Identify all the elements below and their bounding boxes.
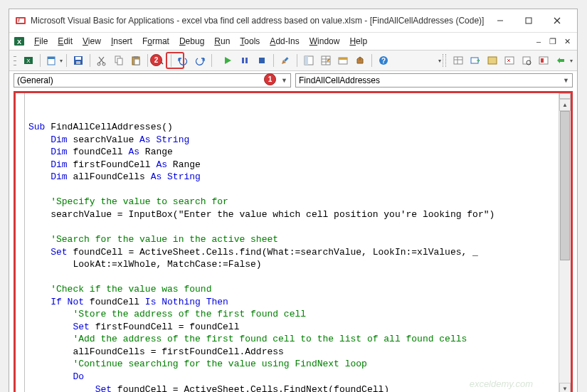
svg-rect-14: [76, 61, 80, 64]
svg-rect-38: [454, 57, 462, 64]
menu-tools[interactable]: Tools: [235, 34, 265, 48]
help-button[interactable]: ?: [376, 53, 391, 68]
menu-window[interactable]: Window: [305, 34, 345, 48]
mdi-restore-button[interactable]: ❐: [547, 36, 559, 46]
svg-rect-25: [245, 58, 248, 63]
save-button[interactable]: [70, 53, 86, 68]
scroll-up-arrow[interactable]: ▲: [559, 99, 571, 111]
paste-button[interactable]: [128, 53, 144, 68]
break-button[interactable]: [237, 53, 253, 68]
procedure-selector[interactable]: FindAllCellAddresses ▼: [295, 73, 573, 88]
run-button[interactable]: [220, 53, 236, 68]
project-explorer-button[interactable]: [301, 53, 317, 68]
toolbar: X ▾ 2 ? ▾: [9, 51, 577, 71]
svg-rect-13: [75, 57, 81, 60]
menubar: X File Edit View Insert Format Debug Run…: [9, 33, 577, 51]
insert-module-button[interactable]: [44, 53, 60, 68]
excel-icon: X: [14, 36, 25, 47]
toolbox-button[interactable]: [352, 53, 368, 68]
tb-extra-3[interactable]: [485, 53, 500, 68]
svg-rect-35: [339, 58, 347, 60]
svg-rect-42: [488, 57, 497, 64]
toolbar-grip-2[interactable]: [443, 54, 446, 67]
view-excel-button[interactable]: X: [21, 53, 36, 68]
object-selector-label: (General): [17, 75, 53, 85]
svg-text:X: X: [26, 58, 31, 64]
properties-button[interactable]: [318, 53, 334, 68]
mdi-minimize-button[interactable]: –: [533, 36, 544, 46]
svg-rect-27: [284, 57, 288, 61]
tb-extra-6[interactable]: [536, 53, 551, 68]
menu-help[interactable]: Help: [344, 34, 372, 48]
menu-run[interactable]: Run: [209, 34, 235, 48]
tb-extra-4[interactable]: [502, 53, 517, 68]
svg-rect-29: [305, 56, 308, 65]
vba-editor-window: Microsoft Visual Basic for Applications …: [9, 9, 577, 392]
svg-rect-3: [526, 18, 532, 23]
menu-edit[interactable]: Edit: [53, 34, 78, 48]
tb-extra-1[interactable]: [450, 53, 466, 68]
code-pane-highlight: Sub FindAllCellAddresses() Dim searchVal…: [14, 91, 573, 392]
chevron-down-icon: ▼: [563, 77, 569, 84]
svg-rect-26: [259, 58, 265, 63]
tb-extra-2[interactable]: [467, 53, 483, 68]
minimize-button[interactable]: [486, 12, 514, 29]
code-editor[interactable]: Sub FindAllCellAddresses() Dim searchVal…: [16, 93, 559, 392]
svg-rect-24: [242, 58, 244, 63]
design-mode-button[interactable]: [277, 53, 293, 68]
split-handle[interactable]: [559, 93, 571, 99]
object-browser-button[interactable]: [335, 53, 351, 68]
menu-view[interactable]: View: [78, 34, 106, 48]
tb-extra-7[interactable]: [553, 53, 569, 68]
maximize-button[interactable]: [514, 12, 543, 29]
procedure-selector-label: FindAllCellAddresses: [299, 75, 380, 85]
mdi-close-button[interactable]: ✕: [561, 36, 573, 46]
svg-rect-18: [117, 58, 122, 65]
object-selector[interactable]: (General) ▼: [14, 73, 291, 88]
window-title: Microsoft Visual Basic for Applications …: [31, 16, 486, 26]
svg-text:?: ?: [381, 57, 386, 65]
undo-button[interactable]: [175, 53, 191, 68]
scroll-thumb[interactable]: [560, 111, 570, 260]
svg-text:X: X: [17, 38, 21, 46]
vertical-scrollbar[interactable]: ▲ ▼: [559, 93, 571, 392]
reset-button[interactable]: [254, 53, 270, 68]
badge-1: 1: [264, 73, 276, 85]
menu-debug[interactable]: Debug: [174, 34, 209, 48]
tb-extra-5[interactable]: [519, 53, 534, 68]
code-selectors: (General) ▼ 1 FindAllCellAddresses ▼: [9, 71, 577, 90]
close-button[interactable]: [543, 12, 571, 29]
menu-format[interactable]: Format: [137, 34, 174, 48]
vba-app-icon: [15, 15, 26, 26]
watermark: exceldemy.com: [470, 378, 533, 391]
svg-rect-43: [505, 57, 514, 64]
menu-insert[interactable]: Insert: [106, 34, 137, 48]
scroll-down-arrow[interactable]: ▼: [559, 383, 571, 392]
badge-2: 2: [150, 54, 162, 66]
svg-rect-11: [48, 57, 55, 59]
svg-rect-20: [134, 56, 138, 58]
redo-button[interactable]: [192, 53, 208, 68]
copy-button[interactable]: [111, 53, 127, 68]
chevron-down-icon: ▼: [281, 77, 287, 84]
svg-rect-21: [134, 59, 139, 65]
titlebar: Microsoft Visual Basic for Applications …: [9, 9, 577, 33]
toolbar-grip[interactable]: [14, 54, 16, 67]
menu-file[interactable]: File: [29, 34, 53, 48]
cut-button[interactable]: [94, 53, 110, 68]
svg-rect-47: [541, 58, 544, 63]
menu-addins[interactable]: Add-Ins: [265, 34, 304, 48]
